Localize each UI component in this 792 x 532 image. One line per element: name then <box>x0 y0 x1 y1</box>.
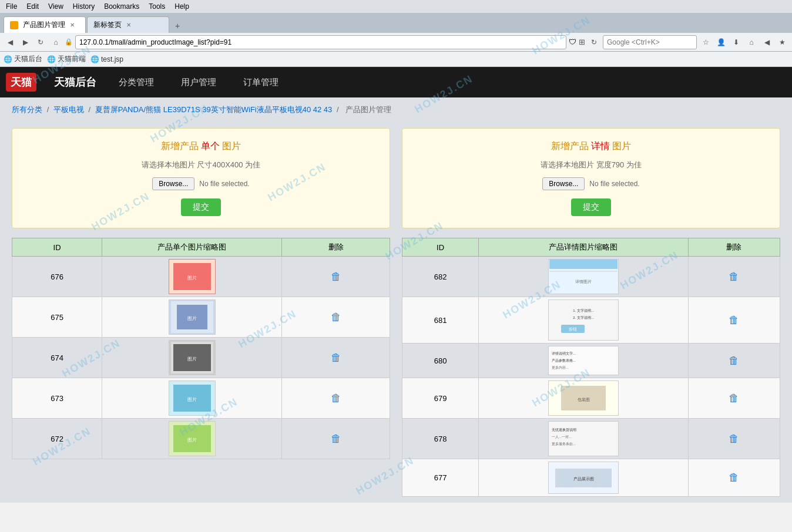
trash-icon-left-4[interactable]: 🗑 <box>331 392 341 404</box>
reload-button[interactable]: ↻ <box>34 36 47 49</box>
history-back[interactable]: ◀ <box>760 36 773 49</box>
right-browse-button[interactable]: Browse... <box>542 177 585 190</box>
menu-file[interactable]: File <box>4 2 19 11</box>
svg-text:更多内容...: 更多内容... <box>552 365 569 369</box>
right-delete-3[interactable]: 🗑 <box>688 344 780 378</box>
left-upload-hint: 请选择本地图片 尺寸400X400 为佳 <box>24 160 378 170</box>
trash-icon-left-2[interactable]: 🗑 <box>331 311 341 323</box>
lock-icon: 🔒 <box>65 38 73 46</box>
menu-view[interactable]: View <box>46 2 66 11</box>
right-th-thumb: 产品详情图片缩略图 <box>479 238 689 257</box>
svg-text:图片: 图片 <box>187 437 197 443</box>
menu-edit[interactable]: Edit <box>24 2 41 11</box>
home-btn2[interactable]: ⌂ <box>745 36 758 49</box>
reload-btn2[interactable]: ↻ <box>588 36 600 49</box>
breadcrumb-current: 产品图片管理 <box>345 105 391 114</box>
tab-product-images[interactable]: 产品图片管理 ✕ <box>4 16 86 33</box>
menu-bar: File Edit View History Bookmarks Tools H… <box>0 0 792 13</box>
left-delete-1[interactable]: 🗑 <box>282 257 390 297</box>
breadcrumb: 所有分类 / 平板电视 / 夏普屏PANDA/熊猫 LE39D71S 39英寸智… <box>0 97 792 122</box>
search-input[interactable] <box>603 35 697 49</box>
left-row-id-2: 675 <box>12 297 102 338</box>
breadcrumb-product[interactable]: 夏普屏PANDA/熊猫 LE39D71S 39英寸智能WiFi液晶平板电视40 … <box>95 105 333 114</box>
trash-icon-left-1[interactable]: 🗑 <box>331 271 341 282</box>
user-icon[interactable]: 👤 <box>714 36 727 49</box>
right-thumb-5: 无忧退换货说明一人...一对...更多服务条款... <box>479 419 689 459</box>
nav-users[interactable]: 用户管理 <box>176 75 221 90</box>
bookmark-testjsp[interactable]: 🌐 test.jsp <box>90 55 123 63</box>
right-row-id-6: 677 <box>402 459 479 497</box>
left-browse-button[interactable]: Browse... <box>152 177 194 190</box>
right-thumb-6: 产品展示图 <box>479 459 689 497</box>
right-delete-5[interactable]: 🗑 <box>688 419 780 459</box>
right-delete-1[interactable]: 🗑 <box>688 257 780 297</box>
left-file-input-row: Browse... No file selected. <box>24 177 378 190</box>
trash-icon-right-6[interactable]: 🗑 <box>729 472 739 483</box>
left-delete-3[interactable]: 🗑 <box>282 338 390 378</box>
left-upload-box: 新增产品 单个 图片 请选择本地图片 尺寸400X400 为佳 Browse..… <box>12 128 390 228</box>
menu-tools[interactable]: Tools <box>146 2 167 11</box>
right-delete-2[interactable]: 🗑 <box>688 297 780 344</box>
left-submit-button[interactable]: 提交 <box>181 198 221 216</box>
download-icon[interactable]: ⬇ <box>730 36 743 49</box>
bookmark-tmall-front[interactable]: 🌐 天猫前端 <box>47 54 86 64</box>
right-submit-button[interactable]: 提交 <box>571 198 611 216</box>
trash-icon-right-4[interactable]: 🗑 <box>729 392 739 404</box>
svg-text:详情图片: 详情图片 <box>575 280 592 284</box>
left-delete-5[interactable]: 🗑 <box>282 419 390 459</box>
breadcrumb-flat-tv[interactable]: 平板电视 <box>53 105 84 114</box>
bookmark-star[interactable]: ★ <box>776 36 788 49</box>
right-upload-box: 新增产品 详情 图片 请选择本地图片 宽度790 为佳 Browse... No… <box>402 128 780 228</box>
nav-category[interactable]: 分类管理 <box>114 75 159 90</box>
svg-rect-16 <box>549 260 618 269</box>
forward-button[interactable]: ▶ <box>19 36 32 49</box>
nav-orders[interactable]: 订单管理 <box>239 75 283 90</box>
right-row-id-3: 680 <box>402 344 479 378</box>
bookmark-label-3: test.jsp <box>101 55 123 63</box>
left-th-id: ID <box>12 238 102 257</box>
bookmark-icon-1: 🌐 <box>4 55 12 63</box>
back-button[interactable]: ◀ <box>4 36 16 49</box>
right-thumb-img-1: 详情图片 <box>548 259 619 294</box>
left-delete-4[interactable]: 🗑 <box>282 378 390 419</box>
svg-text:包装图: 包装图 <box>577 398 589 402</box>
breadcrumb-all-categories[interactable]: 所有分类 <box>12 105 42 114</box>
trash-icon-right-2[interactable]: 🗑 <box>729 314 739 326</box>
right-th-id: ID <box>402 238 479 257</box>
star-button[interactable]: ☆ <box>699 36 712 49</box>
svg-text:详情说明文字...: 详情说明文字... <box>552 351 576 355</box>
tab-close-2[interactable]: ✕ <box>126 22 131 28</box>
menu-bookmarks[interactable]: Bookmarks <box>102 2 142 11</box>
tab-new-page[interactable]: 新标签页 ✕ <box>87 16 169 33</box>
right-thumb-img-3: 详情说明文字...产品参数表格...更多内容... <box>548 346 619 375</box>
left-delete-2[interactable]: 🗑 <box>282 297 390 338</box>
svg-rect-31 <box>549 422 618 456</box>
menu-help[interactable]: Help <box>172 2 192 11</box>
left-thumb-3: 图片 <box>102 338 282 378</box>
svg-text:图片: 图片 <box>187 356 197 362</box>
address-input[interactable] <box>75 35 566 49</box>
left-row-id-3: 674 <box>12 338 102 378</box>
bookmark-label-2: 天猫前端 <box>58 54 86 64</box>
tab-close-1[interactable]: ✕ <box>70 22 75 28</box>
trash-icon-right-5[interactable]: 🗑 <box>729 433 739 445</box>
trash-icon-left-5[interactable]: 🗑 <box>331 433 341 445</box>
trash-icon-right-3[interactable]: 🗑 <box>729 355 739 366</box>
right-upload-title-highlight: 详情 <box>591 141 610 151</box>
bookmark-tmall-backend[interactable]: 🌐 天猫后台 <box>4 54 42 64</box>
left-th-thumb: 产品单个图片缩略图 <box>102 238 282 257</box>
menu-history[interactable]: History <box>71 2 97 11</box>
trash-icon-left-3[interactable]: 🗑 <box>331 352 341 363</box>
main-content: 新增产品 单个 图片 请选择本地图片 尺寸400X400 为佳 Browse..… <box>0 122 792 503</box>
bookmark-icon-2: 🌐 <box>47 55 56 63</box>
right-th-delete: 删除 <box>688 238 780 257</box>
svg-text:1. 文字说明...: 1. 文字说明... <box>573 308 594 312</box>
right-delete-6[interactable]: 🗑 <box>688 459 780 497</box>
home-button[interactable]: ⌂ <box>49 36 62 49</box>
right-delete-4[interactable]: 🗑 <box>688 378 780 419</box>
trash-icon-right-1[interactable]: 🗑 <box>729 271 739 282</box>
left-row-id-1: 676 <box>12 257 102 297</box>
right-thumb-img-6: 产品展示图 <box>548 462 619 494</box>
new-tab-button[interactable]: + <box>170 19 184 33</box>
right-file-input-row: Browse... No file selected. <box>414 177 768 190</box>
